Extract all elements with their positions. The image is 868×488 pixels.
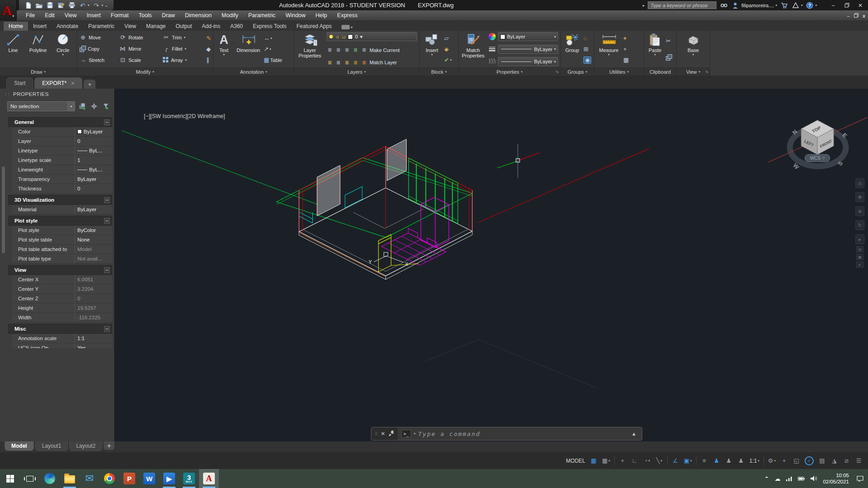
- menu-item-file[interactable]: File: [21, 10, 40, 21]
- layer-on-icon[interactable]: [329, 35, 333, 38]
- hidden-icons-chevron[interactable]: ⌃: [764, 476, 768, 482]
- arc-button[interactable]: Arc ▾: [76, 32, 76, 66]
- property-row-color[interactable]: ColorByLayer: [12, 127, 112, 137]
- section-header-misc[interactable]: Misc−: [8, 324, 112, 334]
- modify-stretch-button[interactable]: →Stretch: [78, 57, 118, 63]
- panel-title-modify[interactable]: Modify▾: [77, 67, 213, 76]
- linear-dimension-button[interactable]: ↔▾: [264, 34, 290, 42]
- layout-tab-layout2[interactable]: Layout2: [69, 441, 102, 451]
- command-input[interactable]: [418, 431, 629, 437]
- layer-properties-button[interactable]: Layer Properties: [295, 32, 324, 66]
- property-value[interactable]: ByL...: [75, 146, 112, 155]
- command-expand-icon[interactable]: ▲: [631, 431, 636, 436]
- file-tab-export[interactable]: EXPORT*✕: [34, 77, 82, 89]
- property-row-height[interactable]: Height19.5297: [12, 303, 112, 313]
- property-value[interactable]: ByLayer: [75, 205, 112, 214]
- hardware-acceleration-icon[interactable]: ✓: [803, 455, 816, 467]
- layer-walk-icon[interactable]: ≣: [361, 60, 367, 66]
- ribbon-tab-parametric[interactable]: Parametric: [83, 22, 119, 31]
- selection-type-combo[interactable]: No selection ▾: [7, 101, 75, 111]
- layout-tab-model[interactable]: Model: [5, 441, 34, 451]
- modify-fillet-button[interactable]: ╭Fillet▾: [161, 46, 205, 52]
- group-button[interactable]: Group: [562, 32, 582, 66]
- insert-caret-icon[interactable]: ▾: [431, 53, 433, 56]
- property-row-material[interactable]: MaterialByLayer: [12, 205, 112, 214]
- section-collapse-icon[interactable]: −: [104, 218, 110, 224]
- group-edit-button[interactable]: ⊞: [583, 45, 591, 52]
- property-row-width[interactable]: Width-116.2325: [12, 313, 112, 322]
- ribbon-tab-add-ins[interactable]: Add-ins: [197, 22, 225, 31]
- match-layer-button[interactable]: Match Layer: [370, 59, 397, 66]
- layer-lock-icon[interactable]: ≣: [352, 47, 359, 53]
- panel-title-annotation[interactable]: Annotation▾: [213, 67, 294, 76]
- infer-constraints-icon[interactable]: +: [617, 455, 628, 467]
- panel-title-draw[interactable]: Draw▾: [0, 67, 76, 76]
- linetype-combo[interactable]: ByLayer ▾: [498, 57, 558, 66]
- property-value[interactable]: Yes: [75, 343, 112, 348]
- taskbar-clock[interactable]: 10:05 02/05/2021: [823, 472, 849, 485]
- command-close-icon[interactable]: ✕: [381, 431, 385, 437]
- pan-icon[interactable]: ✥: [855, 192, 864, 202]
- property-value[interactable]: 1:1: [75, 334, 112, 343]
- redo-icon[interactable]: ↷: [93, 1, 100, 9]
- doc-minimize-button[interactable]: –: [847, 13, 850, 19]
- command-input-area[interactable]: >_ ▾ ▲: [398, 427, 642, 440]
- ribbon-tab-express-tools[interactable]: Express Tools: [248, 22, 291, 31]
- section-header-general[interactable]: General−: [8, 117, 112, 127]
- lineweight-icon[interactable]: ≡: [699, 455, 710, 467]
- block-edit-button[interactable]: ▱: [444, 34, 451, 42]
- property-value[interactable]: 1: [75, 156, 112, 165]
- annotation-scale-icon[interactable]: ♟: [735, 455, 747, 467]
- base-button[interactable]: Base ▾: [683, 32, 704, 66]
- nav-extra-3-icon[interactable]: ▸: [856, 261, 863, 268]
- new-file-icon[interactable]: [24, 1, 32, 9]
- annotation-scale-value-caret[interactable]: ▾: [758, 459, 759, 463]
- start-button[interactable]: [0, 469, 20, 488]
- layer-combo-caret-icon[interactable]: ▾: [360, 34, 363, 40]
- measure-caret-icon[interactable]: ▾: [608, 53, 610, 56]
- redo-caret-icon[interactable]: ▾: [102, 4, 104, 7]
- layer-select-combo[interactable]: ☼ ⊔ 0 ▾: [327, 32, 417, 41]
- doc-restore-button[interactable]: [854, 13, 859, 19]
- drawing-canvas[interactable]: N E S W TOP LEFT FRONT: [114, 89, 868, 441]
- menu-item-express[interactable]: Express: [332, 10, 362, 21]
- attribute-edit-button[interactable]: ◈: [444, 45, 451, 52]
- circle-button[interactable]: Circle ▾: [51, 32, 75, 66]
- clean-screen-icon[interactable]: ⧄: [841, 455, 852, 467]
- property-row-transparency[interactable]: TransparencyByLayer: [12, 175, 112, 184]
- text-caret-icon[interactable]: ▾: [223, 53, 225, 56]
- object-snap-icon[interactable]: ▣▾: [682, 455, 694, 467]
- modify-scale-button[interactable]: ⊡Scale: [118, 57, 161, 63]
- property-value[interactable]: 0: [75, 294, 112, 303]
- modify-move-button[interactable]: ⊕Move: [78, 34, 118, 40]
- insert-button[interactable]: Insert ▾: [421, 32, 443, 66]
- base-caret-icon[interactable]: ▾: [693, 53, 694, 56]
- modify-rotate-button[interactable]: ⟳Rotate: [118, 34, 161, 40]
- minimize-button[interactable]: –: [826, 0, 840, 10]
- nav-extra-2-icon[interactable]: ▣: [856, 254, 863, 260]
- chrome-icon[interactable]: [100, 469, 119, 488]
- snap-mode-icon-caret[interactable]: ▾: [608, 459, 610, 463]
- open-file-icon[interactable]: [35, 1, 43, 9]
- panel-title-properties[interactable]: Properties▾⇘: [459, 67, 560, 76]
- movies-icon[interactable]: ▶: [159, 469, 179, 488]
- file-tab-close-icon[interactable]: ✕: [71, 81, 75, 86]
- layer-color-swatch[interactable]: [348, 34, 353, 39]
- property-value[interactable]: None: [75, 235, 112, 244]
- table-button[interactable]: ▦Table: [264, 57, 290, 64]
- layer-isolate-icon[interactable]: ≣: [335, 47, 342, 53]
- help-icon[interactable]: ?: [806, 1, 814, 9]
- property-value[interactable]: ByLayer: [75, 127, 112, 136]
- selection-combo-caret-icon[interactable]: ▾: [67, 102, 75, 111]
- close-button[interactable]: ✕: [854, 0, 867, 10]
- palette-scrollbar[interactable]: [2, 166, 5, 253]
- group-selection-toggle[interactable]: ◉: [583, 57, 591, 64]
- trusted-autodesk-icon[interactable]: ▤: [816, 455, 828, 467]
- panel-title-clipboard[interactable]: Clipboard: [644, 67, 676, 76]
- menu-item-edit[interactable]: Edit: [40, 10, 60, 21]
- battery-icon[interactable]: [798, 477, 805, 481]
- property-row-plot-style[interactable]: Plot styleByColor: [12, 226, 112, 235]
- property-value[interactable]: ByColor: [75, 226, 112, 235]
- ribbon-tab-featured-apps[interactable]: Featured Apps: [292, 22, 337, 31]
- zoom-icon[interactable]: ⊕: [855, 206, 864, 216]
